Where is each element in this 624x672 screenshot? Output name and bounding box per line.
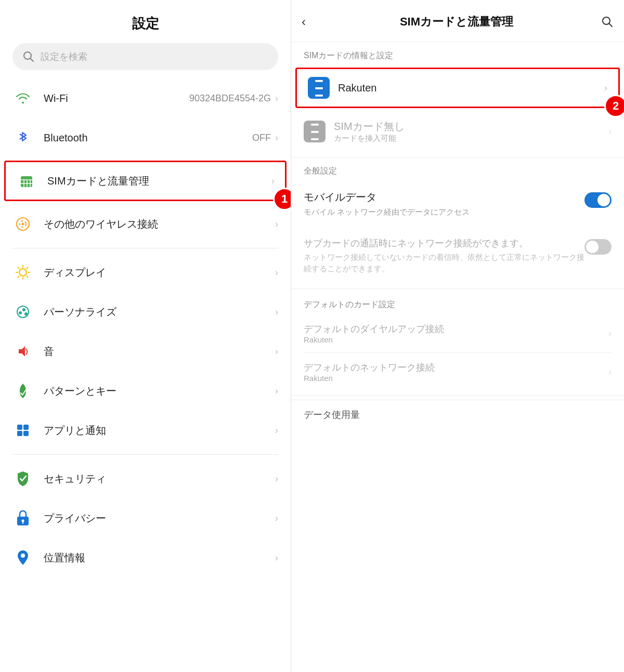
sidebar-item-apps[interactable]: アプリと通知 › [0,411,291,450]
subcard-row[interactable]: サブカードの通話時にネットワーク接続ができます。 ネットワーク接続していないカー… [291,228,624,284]
sim2-chevron: › [608,126,612,137]
divider-1 [12,248,278,248]
sim1-name: Rakuten [338,82,604,94]
svg-point-10 [22,223,24,226]
sidebar-item-pattern[interactable]: パターンとキー › [0,371,291,411]
privacy-label: プライバシー [44,511,275,525]
subcard-title: サブカードの通話時にネットワーク接続ができます。 [304,237,584,249]
svg-line-17 [27,276,28,277]
right-divider-4 [291,395,624,396]
sim1-chevron: › [604,83,607,94]
subcard-desc: ネットワーク接続していないカードの着信時、依然として正常にネットワーク接続するこ… [304,252,584,275]
wifi-label: Wi-Fi [44,93,189,104]
right-search-icon[interactable] [601,16,614,28]
subcard-toggle[interactable] [584,239,612,255]
sim2-badge: ▬▬▬▬▬▬ [304,121,326,142]
wireless-chevron: › [275,219,278,230]
sidebar-item-location[interactable]: 位置情報 › [0,538,291,577]
security-chevron: › [275,473,278,484]
svg-rect-27 [17,431,22,436]
sidebar-item-wifi[interactable]: Wi-Fi 90324BDE4554-2G › [0,78,291,118]
search-icon [23,51,34,62]
svg-line-19 [18,276,19,277]
svg-line-34 [609,24,613,27]
apps-label: アプリと通知 [44,424,275,438]
back-button[interactable]: ‹ [302,12,312,31]
wifi-value: 90324BDE4554-2G [189,93,271,104]
sidebar-item-wireless[interactable]: その他のワイヤレス接続 › [0,204,291,244]
svg-point-21 [19,311,22,314]
location-icon [12,547,33,568]
sidebar-item-security[interactable]: セキュリティ › [0,459,291,498]
svg-line-18 [27,268,28,269]
sidebar-item-bluetooth[interactable]: Bluetooth OFF › [0,118,291,157]
right-divider-2 [291,288,624,289]
right-content: SIMカードの情報と設定 ▬▬▬▬▬▬ Rakuten › 2 ▬▬▬▬▬▬ [291,42,624,672]
badge-2: 2 [604,95,624,117]
default-network-title: デフォルトのネットワーク接続 [304,361,608,374]
mobile-data-toggle[interactable] [584,192,612,208]
privacy-icon [12,508,33,529]
defaults-section-label: デフォルトのカード設定 [291,293,624,314]
sound-chevron: › [275,346,278,357]
mobile-data-text: モバイルデータ モバイル ネットワーク経由でデータにアクセス [304,190,584,218]
svg-rect-26 [23,425,29,430]
search-placeholder: 設定を検索 [41,50,87,63]
svg-point-23 [24,312,28,315]
wireless-label: その他のワイヤレス接続 [44,217,275,231]
mobile-data-title: モバイルデータ [304,190,584,204]
search-bar[interactable]: 設定を検索 [12,43,278,70]
location-label: 位置情報 [44,551,275,565]
apps-icon [12,420,33,441]
sim-chevron: › [271,176,275,187]
svg-point-32 [21,554,25,558]
default-dialup-row[interactable]: デフォルトのダイヤルアップ接続 Rakuten › [291,314,624,352]
sim-label: SIMカードと流量管理 [47,174,271,188]
general-section-label: 全般設定 [291,162,624,181]
default-dialup-info: デフォルトのダイヤルアップ接続 Rakuten [304,323,608,344]
sidebar-item-sound[interactable]: 音 › [0,332,291,371]
svg-point-22 [22,308,25,311]
data-usage-label: データ使用量 [291,400,624,425]
mobile-data-row[interactable]: モバイルデータ モバイル ネットワーク経由でデータにアクセス [291,181,624,228]
right-title: SIMカードと流量管理 [312,14,601,30]
subcard-toggle-knob [586,241,599,253]
default-network-row[interactable]: デフォルトのネットワーク接続 Rakuten › [291,353,624,391]
right-divider-1 [291,157,624,157]
personalize-chevron: › [275,307,278,318]
location-chevron: › [275,552,278,563]
sidebar-item-display[interactable]: ディスプレイ › [0,253,291,292]
bluetooth-label: Bluetooth [44,132,252,144]
sidebar-item-privacy[interactable]: プライバシー › [0,498,291,538]
sim-slot-2[interactable]: ▬▬▬▬▬▬ SIMカード無し カードを挿入可能 › [291,110,624,153]
subcard-text: サブカードの通話時にネットワーク接続ができます。 ネットワーク接続していないカー… [304,237,584,275]
bluetooth-value: OFF [252,133,271,143]
sim2-name: SIMカード無し [334,120,608,134]
dialup-chevron: › [608,328,612,339]
svg-rect-28 [23,431,29,436]
left-panel: 設定 設定を検索 Wi-Fi 90324BDE4554-2G › [0,0,291,672]
sidebar-item-personalize[interactable]: パーソナライズ › [0,292,291,332]
sim1-info: Rakuten [338,82,604,94]
personalize-label: パーソナライズ [44,305,275,319]
default-dialup-sub: Rakuten [304,335,608,344]
bluetooth-icon [12,127,33,148]
display-icon [12,262,33,283]
divider-2 [12,454,278,455]
sim-slot-1[interactable]: ▬▬▬▬▬▬ Rakuten › [295,68,620,108]
sim-icon [16,170,37,191]
default-network-info: デフォルトのネットワーク接続 Rakuten [304,361,608,383]
default-network-sub: Rakuten [304,374,608,383]
sim2-sub: カードを挿入可能 [334,134,608,143]
right-panel: ‹ SIMカードと流量管理 SIMカードの情報と設定 ▬▬▬▬▬▬ Rakute… [291,0,624,672]
display-chevron: › [275,267,278,278]
settings-list: Wi-Fi 90324BDE4554-2G › Bluetooth OFF › [0,78,291,672]
pattern-chevron: › [275,386,278,397]
toggle-knob [597,194,610,206]
sound-icon [12,341,33,362]
wifi-chevron: › [275,93,278,104]
privacy-chevron: › [275,513,278,524]
sidebar-item-sim[interactable]: SIMカードと流量管理 › [4,161,287,201]
sim2-info: SIMカード無し カードを挿入可能 [334,120,608,143]
svg-line-16 [18,268,19,269]
